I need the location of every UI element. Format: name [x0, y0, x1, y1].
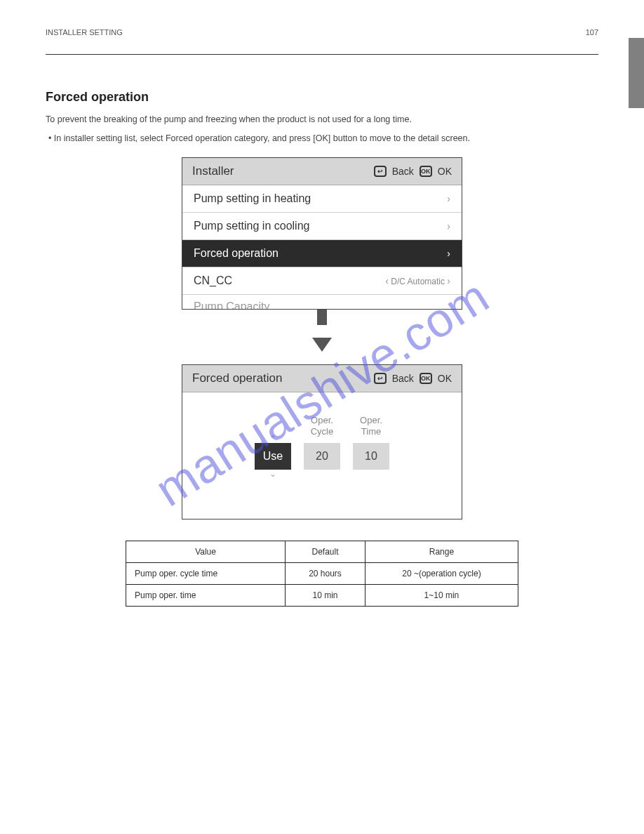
col-label: Oper. Time — [360, 415, 382, 439]
back-icon[interactable]: ↩ — [374, 373, 387, 384]
oper-time-value[interactable]: 10 — [353, 443, 389, 470]
oper-cycle-value[interactable]: 20 — [304, 443, 340, 470]
instruction-bullet: • In installer setting list, select Forc… — [48, 133, 598, 143]
chevron-right-icon: › — [447, 220, 450, 232]
chevron-right-icon: › — [447, 248, 450, 259]
forced-operation-screen: Forced operation ↩ Back OK OK ⌃ Use ⌄ — [182, 364, 462, 519]
table-cell: 1~10 min — [365, 585, 518, 607]
value-range-table: Value Default Range Pump oper. cycle tim… — [126, 541, 518, 607]
back-icon[interactable]: ↩ — [374, 166, 387, 177]
menu-item-label: CN_CC — [194, 274, 232, 287]
chevron-down-icon[interactable]: ⌄ — [269, 470, 276, 478]
header-rule — [46, 54, 598, 55]
table-cell: Pump oper. time — [126, 585, 286, 607]
table-cell: 10 min — [286, 585, 365, 607]
menu-item-cn-cc[interactable]: CN_CC ‹ D/C Automatic › — [182, 267, 462, 295]
oper-time-column: Oper. Time 10 — [353, 415, 389, 478]
use-button[interactable]: Use — [255, 443, 291, 470]
chevron-left-icon[interactable]: ‹ — [385, 275, 389, 286]
back-label: Back — [392, 166, 414, 177]
col-label: Oper. Cycle — [311, 415, 334, 439]
menu-item-label: Forced operation — [194, 247, 279, 260]
header-left: INSTALLER SETTING — [46, 28, 123, 37]
table-header: Value — [126, 541, 286, 563]
table-row: Pump oper. cycle time 20 hours 20 ~(oper… — [126, 563, 518, 585]
table-cell: Pump oper. cycle time — [126, 563, 286, 585]
table-header: Range — [365, 541, 518, 563]
table-row: Pump oper. time 10 min 1~10 min — [126, 585, 518, 607]
language-tab — [629, 38, 644, 108]
arrow-down-icon — [317, 310, 327, 325]
menu-item-pump-capacity[interactable]: Pump Capacity — [182, 295, 462, 309]
chevron-up-icon[interactable]: ⌃ — [269, 435, 276, 443]
intro-text: To prevent the breaking of the pump and … — [46, 113, 598, 126]
menu-item-label: Pump setting in heating — [194, 192, 311, 205]
table-row: Value Default Range — [126, 541, 518, 563]
table-header: Default — [286, 541, 365, 563]
menu-item-pump-heating[interactable]: Pump setting in heating › — [182, 185, 462, 213]
arrow-down-icon — [312, 338, 332, 352]
installer-screen: Installer ↩ Back OK OK Pump setting in h… — [182, 157, 462, 310]
ok-label: OK — [438, 166, 452, 177]
section-title: Forced operation — [46, 90, 598, 105]
chevron-right-icon[interactable]: › — [447, 275, 450, 286]
ok-icon[interactable]: OK — [420, 166, 432, 177]
ok-icon[interactable]: OK — [420, 373, 432, 384]
menu-item-pump-cooling[interactable]: Pump setting in cooling › — [182, 213, 462, 240]
oper-cycle-column: Oper. Cycle 20 — [304, 415, 340, 478]
back-label: Back — [392, 373, 414, 384]
screen-title-label: Forced operation — [192, 371, 283, 385]
use-toggle-column: ⌃ Use ⌄ — [255, 406, 291, 478]
menu-item-forced-operation[interactable]: Forced operation › — [182, 240, 462, 267]
table-cell: 20 hours — [286, 563, 365, 585]
chevron-right-icon: › — [447, 193, 450, 204]
ok-label: OK — [438, 373, 452, 384]
menu-item-value: D/C Automatic — [391, 277, 445, 286]
menu-item-label: Pump setting in cooling — [194, 220, 309, 232]
header-right-page-number: 107 — [586, 28, 598, 37]
table-cell: 20 ~(operation cycle) — [365, 563, 518, 585]
screen-title-label: Installer — [192, 164, 234, 178]
